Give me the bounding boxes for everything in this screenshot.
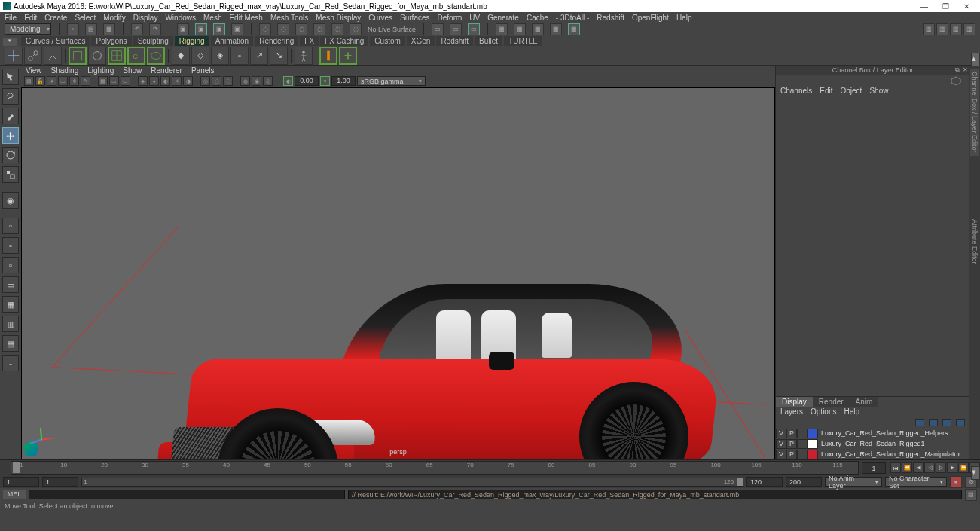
layer-visibility-toggle[interactable]: V <box>776 429 786 438</box>
shelf-tab-curves-surfaces[interactable]: Curves / Surfaces <box>21 36 90 46</box>
vp-menu-view[interactable]: View <box>26 66 42 75</box>
window-scrollbar-up[interactable]: ▴ <box>971 53 980 66</box>
vp-xray-joints[interactable]: ◌ <box>223 76 233 86</box>
layer-type-cell[interactable] <box>797 439 808 449</box>
time-slider[interactable]: 1102030354045505560657075808590951001051… <box>0 459 980 475</box>
layer-menu-options[interactable]: Options <box>811 407 836 416</box>
snap-center-button[interactable]: ◌ <box>350 23 362 35</box>
vp-menu-lighting[interactable]: Lighting <box>87 66 114 75</box>
shelf-tab-sculpting[interactable]: Sculpting <box>133 36 173 46</box>
render-view-button[interactable]: ▦ <box>550 23 562 35</box>
menu-display[interactable]: Display <box>133 14 158 22</box>
menu-mesh[interactable]: Mesh <box>203 14 221 22</box>
shelf-locator-button[interactable] <box>5 47 23 65</box>
menu-mesh-display[interactable]: Mesh Display <box>316 14 361 22</box>
step-forward-key-button[interactable]: ⏩ <box>958 462 969 473</box>
shelf-constraint-orient-button[interactable]: ◇ <box>191 47 209 65</box>
construction-history-button[interactable]: ▭ <box>432 23 444 35</box>
maximize-button[interactable]: ❐ <box>935 2 956 11</box>
layer-visibility-toggle[interactable]: V <box>776 439 786 449</box>
vp-lights[interactable]: ☀ <box>172 76 182 86</box>
vp-xray[interactable]: ◌ <box>212 76 221 86</box>
vp-menu-panels[interactable]: Panels <box>191 66 215 75</box>
vp-menu-shading[interactable]: Shading <box>51 66 79 75</box>
vp-shadows[interactable]: ◑ <box>183 76 193 86</box>
vp-shaded[interactable]: ● <box>149 76 159 86</box>
paint-select-tool[interactable] <box>2 108 19 124</box>
menu-uv[interactable]: UV <box>469 14 480 22</box>
layout-single-button[interactable]: ▭ <box>2 276 19 293</box>
playback-end-field[interactable]: 120 <box>746 477 783 487</box>
vp-wireframe[interactable]: ◈ <box>138 76 148 86</box>
shelf-ik-button[interactable] <box>44 47 62 65</box>
cb-menu-edit[interactable]: Edit <box>820 87 832 95</box>
vp-bookmark[interactable]: ★ <box>47 76 56 86</box>
menu-curves[interactable]: Curves <box>368 14 392 22</box>
minimize-button[interactable]: — <box>914 2 935 11</box>
layer-playback-toggle[interactable]: P <box>786 429 797 438</box>
vp-isolate[interactable]: ◎ <box>200 76 210 86</box>
hypershade-button[interactable]: ▦ <box>568 23 580 35</box>
layer-new-button[interactable] <box>915 419 924 426</box>
menu-mesh-tools[interactable]: Mesh Tools <box>270 14 308 22</box>
window-scrollbar-down[interactable]: ▾ <box>971 466 980 480</box>
select-component-button[interactable]: ▣ <box>231 23 243 35</box>
menu-modify[interactable]: Modify <box>103 14 125 22</box>
range-start-field[interactable]: 1 <box>3 477 39 487</box>
menu-cache[interactable]: Cache <box>527 14 548 22</box>
cb-menu-show[interactable]: Show <box>869 87 888 95</box>
snap-toggle-2[interactable]: ▫ <box>2 237 19 254</box>
shelf-joint-button[interactable] <box>24 47 42 65</box>
vp-2d-pan[interactable]: ✥ <box>69 76 79 86</box>
viewport-persp[interactable]: persp <box>21 87 775 459</box>
shelf-tab-redshift[interactable]: Redshift <box>436 36 473 46</box>
outliner-toggle[interactable]: ▤ <box>2 335 19 352</box>
view-cube-icon[interactable] <box>947 76 965 85</box>
shelf-menu-button[interactable]: ▾ <box>3 38 17 46</box>
vp-lock-camera[interactable]: 🔒 <box>35 76 45 86</box>
layer-down-button[interactable] <box>942 419 951 426</box>
cb-menu-channels[interactable]: Channels <box>780 87 812 95</box>
script-editor-button[interactable]: ▤ <box>965 489 977 501</box>
character-set-dropdown[interactable]: No Character Set <box>885 477 947 487</box>
shelf-constraint-pole-button[interactable]: ↘ <box>270 47 288 65</box>
shelf-control-rig-button[interactable] <box>339 47 357 65</box>
vp-textured[interactable]: ◐ <box>160 76 170 86</box>
vp-select-camera[interactable]: ▤ <box>24 76 34 86</box>
render-settings-button[interactable]: ▦ <box>532 23 544 35</box>
snap-live-button[interactable]: ◌ <box>331 23 343 35</box>
layer-playback-toggle[interactable]: P <box>786 439 797 449</box>
vp-exposure-input[interactable]: 0.00 <box>295 76 319 86</box>
move-tool[interactable] <box>2 127 19 144</box>
shelf-tab-fx[interactable]: FX <box>300 36 319 46</box>
layer-color-swatch[interactable] <box>808 429 818 438</box>
menu-deform[interactable]: Deform <box>438 14 463 22</box>
menu--dtoall-[interactable]: - 3DtoAll - <box>556 14 589 22</box>
layout-two-button[interactable]: ▥ <box>2 316 19 332</box>
cb-menu-object[interactable]: Object <box>841 87 862 95</box>
shelf-constraint-point-button[interactable]: ◆ <box>172 47 190 65</box>
menu-file[interactable]: File <box>5 14 17 22</box>
menu-surfaces[interactable]: Surfaces <box>400 14 429 22</box>
vp-motion-blur[interactable]: ◉ <box>252 76 261 86</box>
shelf-paint-weights-button[interactable] <box>88 47 106 65</box>
shelf-constraint-parent-button[interactable]: ◈ <box>211 47 229 65</box>
vp-colorspace-dropdown[interactable]: sRGB gamma <box>357 76 426 86</box>
vp-menu-show[interactable]: Show <box>123 66 142 75</box>
shelf-tab-rigging[interactable]: Rigging <box>175 36 209 46</box>
playback-start-field[interactable]: 1 <box>42 477 78 487</box>
layer-type-cell[interactable] <box>797 429 808 438</box>
vp-image-plane[interactable]: ▭ <box>58 76 68 86</box>
vp-gamma-input[interactable]: 1.00 <box>331 76 356 86</box>
panel-undock-button[interactable]: ⧉ <box>955 66 960 75</box>
select-mode-button[interactable]: ▣ <box>177 23 189 35</box>
shelf-bind-skin-button[interactable] <box>69 47 87 65</box>
step-forward-button[interactable]: ▶ <box>947 462 957 473</box>
last-tool[interactable]: ◉ <box>2 192 19 209</box>
vp-resolution-gate[interactable]: ▭ <box>121 76 130 86</box>
layout-four-button[interactable]: ▦ <box>2 296 19 313</box>
range-end-field[interactable]: 200 <box>786 477 822 487</box>
shelf-constraint-scale-button[interactable]: ▫ <box>230 47 249 65</box>
step-back-button[interactable]: ◀ <box>913 462 924 473</box>
snap-toggle-1[interactable]: ▫ <box>2 218 19 234</box>
